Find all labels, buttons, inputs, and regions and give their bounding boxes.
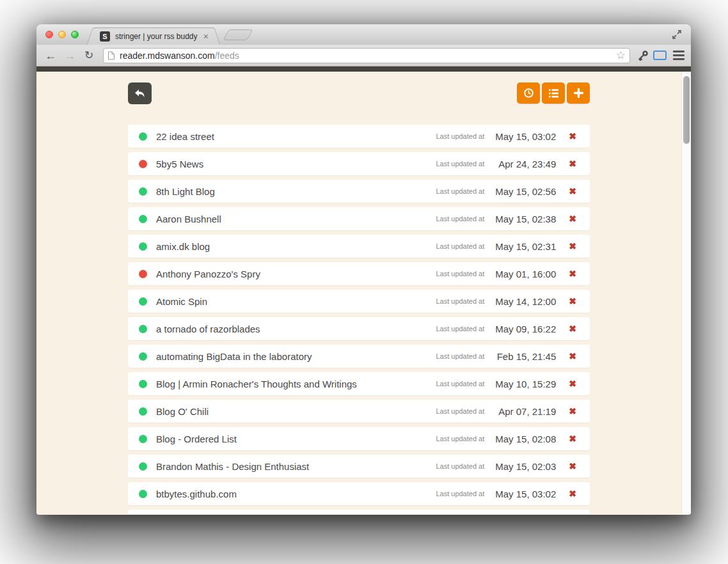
status-dot <box>139 297 147 306</box>
feed-name: a tornado of razorblades <box>156 324 260 334</box>
status-dot <box>139 435 147 443</box>
updated-time: May 14, 12:00 <box>492 296 556 307</box>
updated-label: Last updated at <box>436 297 484 305</box>
feed-name: Anthony Panozzo's Spry <box>156 269 260 279</box>
feed-name: 22 idea street <box>156 131 214 142</box>
history-button[interactable] <box>517 82 540 104</box>
delete-feed-button[interactable]: ✖ <box>569 352 576 361</box>
zoom-window-button[interactable] <box>71 31 79 38</box>
browser-toolbar: ← → ↻ reader.mdswanson.com/feeds ☆ <box>36 45 691 67</box>
feed-actions <box>517 82 590 104</box>
updated-time: May 15, 02:38 <box>492 214 556 224</box>
feed-row: Brandon Mathis - Design Enthusiast Last … <box>128 455 590 478</box>
status-dot <box>139 325 147 333</box>
delete-feed-button[interactable]: ✖ <box>569 269 576 278</box>
presentation-bracket-icon[interactable] <box>653 51 667 60</box>
feed-name: Blog | Armin Ronacher's Thoughts and Wri… <box>156 379 357 389</box>
forward-icon[interactable]: → <box>62 49 77 63</box>
feed-row: Aaron Bushnell Last updated at May 15, 0… <box>128 207 590 230</box>
updated-time: May 15, 03:02 <box>492 131 556 142</box>
url-text[interactable]: reader.mdswanson.com/feeds <box>120 51 616 61</box>
reload-icon[interactable]: ↻ <box>81 49 97 63</box>
feed-name: Blog O' Chili <box>156 406 209 417</box>
status-dot <box>139 462 147 471</box>
feed-row: a tornado of razorblades Last updated at… <box>128 317 590 340</box>
status-dot <box>139 242 147 251</box>
page-scrollbar[interactable] <box>681 72 691 514</box>
scrollbar-thumb[interactable] <box>683 76 690 144</box>
updated-label: Last updated at <box>436 187 484 195</box>
key-icon[interactable] <box>637 49 649 62</box>
delete-feed-button[interactable]: ✖ <box>569 407 576 416</box>
updated-time: Apr 24, 23:49 <box>492 159 556 169</box>
clock-icon <box>523 88 534 98</box>
add-feed-button[interactable] <box>567 82 590 104</box>
delete-feed-button[interactable]: ✖ <box>569 297 576 306</box>
browser-tab[interactable]: S stringer | your rss buddy × <box>94 27 213 45</box>
updated-label: Last updated at <box>436 435 484 443</box>
delete-feed-button[interactable]: ✖ <box>569 462 576 471</box>
delete-feed-button[interactable]: ✖ <box>569 434 576 443</box>
status-dot <box>139 187 147 196</box>
updated-label: Last updated at <box>436 215 484 223</box>
feed-row: Blog O' Chili Last updated at Apr 07, 21… <box>128 400 590 423</box>
feed-row: automating BigData in the laboratory Las… <box>128 345 590 368</box>
back-to-reader-button[interactable] <box>128 82 152 104</box>
updated-time: May 01, 16:00 <box>492 269 556 279</box>
delete-feed-button[interactable]: ✖ <box>569 132 576 141</box>
feed-row: Atomic Spin Last updated at May 14, 12:0… <box>128 290 590 313</box>
updated-label: Last updated at <box>436 352 484 360</box>
back-icon[interactable]: ← <box>43 49 58 63</box>
tab-close-icon[interactable]: × <box>203 32 209 41</box>
updated-time: May 10, 15:29 <box>492 379 556 389</box>
page-content: 22 idea street Last updated at May 15, 0… <box>36 72 691 514</box>
delete-feed-button[interactable]: ✖ <box>569 242 576 251</box>
tab-title: stringer | your rss buddy <box>115 32 198 41</box>
status-dot <box>139 132 147 141</box>
reply-arrow-icon <box>134 88 146 98</box>
updated-label: Last updated at <box>436 160 484 168</box>
feed-list-button[interactable] <box>542 82 565 104</box>
updated-label: Last updated at <box>436 462 484 470</box>
feed-row: Blog | Armin Ronacher's Thoughts and Wri… <box>128 372 590 395</box>
status-dot <box>139 490 147 498</box>
page-icon <box>107 51 115 60</box>
status-dot <box>139 407 147 416</box>
delete-feed-button[interactable]: ✖ <box>569 187 576 196</box>
status-dot <box>139 270 147 278</box>
delete-feed-button[interactable]: ✖ <box>569 214 576 223</box>
feed-name: btbytes.github.com <box>156 489 237 499</box>
feed-name: amix.dk blog <box>156 241 210 252</box>
updated-label: Last updated at <box>436 490 484 497</box>
feed-name: Aaron Bushnell <box>156 214 221 224</box>
titlebar: S stringer | your rss buddy × <box>36 24 691 45</box>
updated-label: Last updated at <box>436 407 484 415</box>
feed-row: Anthony Panozzo's Spry Last updated at M… <box>128 262 590 285</box>
menu-icon[interactable] <box>673 51 684 60</box>
status-dot <box>139 380 147 388</box>
address-bar[interactable]: reader.mdswanson.com/feeds ☆ <box>103 48 630 63</box>
minimize-window-button[interactable] <box>58 31 66 38</box>
delete-feed-button[interactable]: ✖ <box>569 324 576 333</box>
updated-time: May 09, 16:22 <box>492 324 556 334</box>
site-header-strip <box>36 67 691 72</box>
updated-label: Last updated at <box>436 380 484 388</box>
updated-time: Feb 15, 21:45 <box>492 351 556 362</box>
updated-time: May 15, 02:31 <box>492 241 556 252</box>
new-tab-button[interactable] <box>223 29 253 40</box>
close-window-button[interactable] <box>45 31 53 38</box>
delete-feed-button[interactable]: ✖ <box>569 379 576 388</box>
url-host: reader.mdswanson.com <box>120 51 215 61</box>
delete-feed-button[interactable]: ✖ <box>569 159 576 168</box>
feed-name: 8th Light Blog <box>156 186 215 197</box>
updated-time: Apr 07, 21:19 <box>492 406 556 417</box>
updated-label: Last updated at <box>436 242 484 250</box>
expand-window-icon[interactable] <box>672 29 682 40</box>
delete-feed-button[interactable]: ✖ <box>569 489 576 498</box>
feed-name: automating BigData in the laboratory <box>156 351 312 362</box>
bookmark-star-icon[interactable]: ☆ <box>616 50 626 61</box>
updated-label: Last updated at <box>436 270 484 278</box>
feed-name: Brandon Mathis - Design Enthusiast <box>156 461 309 472</box>
status-dot <box>139 352 147 361</box>
feed-row: Blog - Ordered List Last updated at May … <box>128 427 590 450</box>
